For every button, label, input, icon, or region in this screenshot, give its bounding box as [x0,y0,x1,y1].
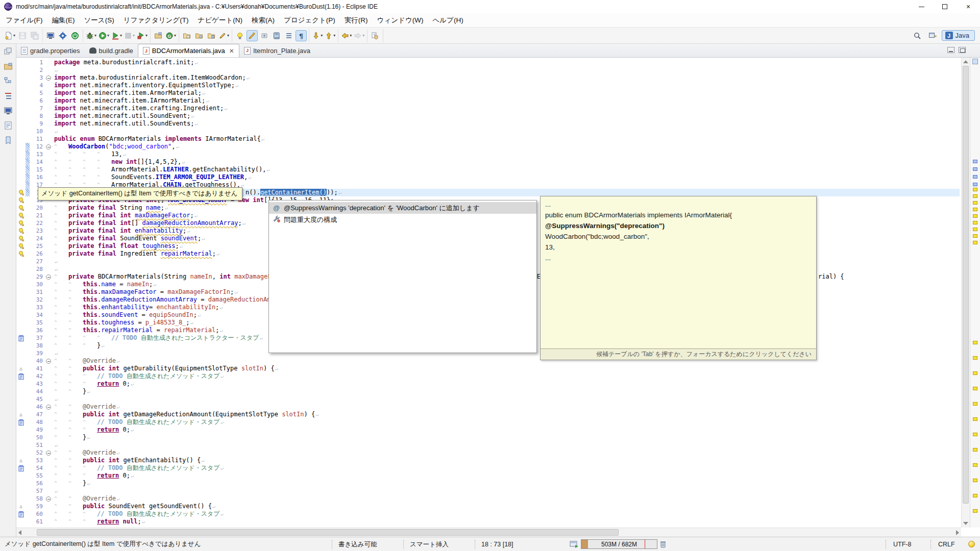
code-text[interactable]: ↵ [52,128,960,135]
override-indicator-icon[interactable]: △ [16,411,26,418]
code-text[interactable]: ^^^// TODO 自動生成されたメソッド・スタブ↵ [52,418,960,426]
code-text[interactable]: ^^^^ArmorMaterial.LEATHER.getEnchantabil… [52,166,960,173]
tab-itemiron-plate-java[interactable]: JItemIron_Plate.java [239,44,315,57]
warning-overview-marker[interactable] [973,208,977,211]
warning-overview-marker[interactable] [973,509,977,513]
save-all-icon[interactable] [29,30,40,41]
warning-marker-icon[interactable] [16,250,26,258]
vertical-scroll-thumb[interactable] [963,66,969,504]
occurrence-overview-marker[interactable] [973,167,977,171]
menu-item[interactable]: ヘルプ(H) [428,14,468,27]
warning-marker-icon[interactable] [16,227,26,235]
task-marker-icon[interactable] [16,372,26,380]
new-class-icon[interactable]: G▾ [165,30,177,41]
menu-item[interactable]: 実行(R) [340,14,373,27]
code-text[interactable]: ^^^return 0;↵ [52,380,960,388]
menu-item[interactable]: ソース(S) [80,14,119,27]
code-text[interactable]: package meta.burodustinrialcraft.init;↵ [52,59,960,66]
mark-occurrences-icon[interactable] [247,30,258,41]
fold-toggle-icon[interactable] [45,403,52,411]
gutter-spacer[interactable] [16,495,26,503]
gutter-spacer[interactable] [16,449,26,457]
warning-overview-marker[interactable] [973,417,977,421]
menu-item[interactable]: 検索(A) [247,14,279,27]
code-text[interactable]: import net.minecraft.item.ArmorMaterial;… [52,89,960,97]
code-text[interactable]: ↵ [52,441,960,449]
warning-marker-icon[interactable] [16,204,26,212]
console-view-icon[interactable] [3,105,14,116]
quickfix-item[interactable]: @@SuppressWarnings 'deprecation' を 'Wood… [269,202,536,214]
gear-icon[interactable] [57,30,68,41]
debug-bug-icon[interactable]: ▾ [85,30,97,41]
code-text[interactable]: ↵ [52,395,960,403]
task-marker-icon[interactable] [16,334,26,342]
gray-gadget-icon[interactable] [259,30,270,41]
run-external-icon[interactable]: ▾ [136,30,148,41]
gutter-spacer[interactable] [16,403,26,411]
code-text[interactable]: ↵ [52,66,960,74]
menu-item[interactable]: ウィンドウ(W) [373,14,428,27]
new-wizard-icon[interactable]: ▾ [4,30,16,41]
code-text[interactable]: ^^@Override↵ [52,403,960,411]
warning-overview-marker[interactable] [973,214,977,218]
warning-overview-marker[interactable] [973,448,977,452]
override-indicator-icon[interactable]: △ [16,457,26,464]
overview-ruler[interactable] [970,58,980,528]
code-text[interactable]: ^^}↵ [52,434,960,441]
prev-annotation-icon[interactable]: ▾ [324,30,336,41]
restore-views-icon[interactable] [3,46,14,57]
fold-toggle-icon[interactable] [45,74,52,82]
code-text[interactable]: ^^^return 0;↵ [52,426,960,434]
code-text[interactable]: import net.minecraft.item.IArmorMaterial… [52,97,960,105]
code-text[interactable]: public enum BDCArmorMaterials implements… [52,135,960,143]
open-resource-icon[interactable] [193,30,205,41]
code-text[interactable]: ^^public int getDurability(EquipmentSlot… [52,365,960,372]
hint-bulb-icon[interactable] [234,30,246,41]
warning-overview-marker[interactable] [973,371,977,375]
menu-item[interactable]: ナビゲート(N) [193,14,247,27]
outline-view-icon[interactable] [3,90,14,102]
vertical-scrollbar[interactable] [961,58,970,528]
tab-bdcarmormaterials-java[interactable]: JBDCArmorMaterials.java✕ [138,44,239,57]
scroll-right-icon[interactable] [956,530,959,535]
warning-overview-marker[interactable] [973,201,977,205]
type-hierarchy-icon[interactable] [3,76,14,87]
search-icon[interactable] [912,30,923,41]
fold-toggle-icon[interactable] [45,449,52,457]
bookmarks-view-icon[interactable] [3,135,14,146]
code-text[interactable]: ^^^// TODO 自動生成されたメソッド・スタブ↵ [52,464,960,472]
outline-list-icon[interactable] [283,30,295,41]
warning-overview-marker[interactable] [973,494,977,497]
minimize-editor-icon[interactable] [947,47,954,53]
close-tab-icon[interactable]: ✕ [229,47,234,55]
open-type-icon[interactable] [181,30,192,41]
open-plugin-icon[interactable] [206,30,217,41]
warning-overview-marker[interactable] [973,402,977,406]
code-text[interactable]: ^^^^SoundEvents.ITEM_ARMOR_EQUIP_LEATHER… [52,173,960,181]
maximize-button[interactable] [933,0,957,13]
horizontal-scrollbar[interactable] [16,528,961,537]
fold-toggle-icon[interactable] [45,495,52,503]
maximize-editor-icon[interactable] [959,47,966,53]
heap-status[interactable]: 503M / 682M [581,539,657,549]
save-icon[interactable] [17,30,28,41]
power-icon[interactable] [69,30,81,41]
console-monitor-icon[interactable] [45,30,56,41]
occurrence-overview-marker[interactable] [973,160,977,163]
fold-toggle-icon[interactable] [45,273,52,281]
tab-build-gradle[interactable]: build.gradle [85,44,138,57]
code-text[interactable]: ^WoodCarbon("bdc;wood_carbon",↵ [52,143,960,151]
horizontal-scroll-thumb[interactable] [37,529,619,536]
occurrence-overview-marker[interactable] [973,175,977,179]
warning-overview-marker[interactable] [973,341,977,344]
code-text[interactable]: ^^}↵ [52,480,960,487]
status-insert-mode[interactable]: スマート挿入 [403,540,475,549]
warning-marker-icon[interactable] [16,196,26,204]
menu-item[interactable]: 編集(E) [47,14,80,27]
code-text[interactable]: ^^@Override↵ [52,449,960,457]
gutter-spacer[interactable] [16,74,26,82]
run-icon[interactable]: ▾ [98,30,110,41]
code-text[interactable]: ^^public SoundEvent getSoundEvent() {↵ [52,503,960,510]
coverage-icon[interactable]: ▾ [111,30,122,41]
task-marker-icon[interactable] [16,510,26,518]
